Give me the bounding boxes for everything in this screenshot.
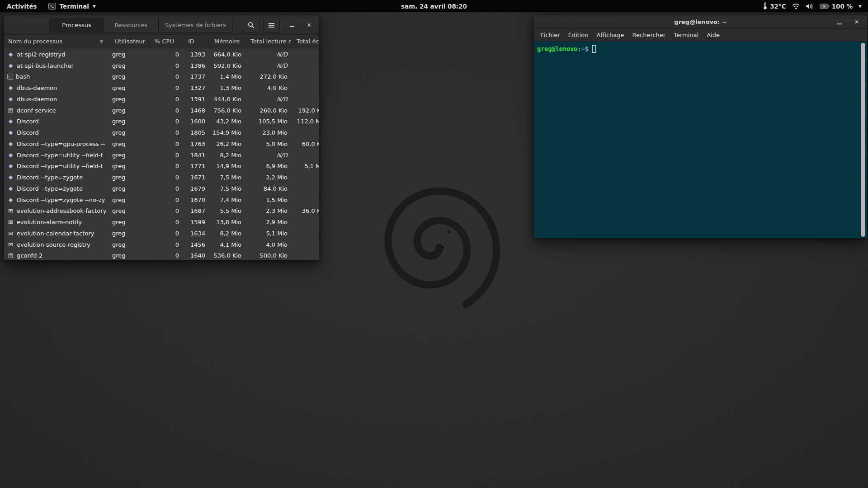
desktop[interactable]: Activités >_ Terminal ▼ sam. 24 avril 08… <box>0 0 868 488</box>
process-cpu: 0 <box>149 96 182 103</box>
process-name: Discord --type=zygote <box>17 174 83 181</box>
system-status-area[interactable]: 32°C 100 % ▼ <box>763 0 868 12</box>
column-header-cpu[interactable]: % CPU <box>149 35 182 48</box>
process-row[interactable]: ✉ evolution-calendar-factory greg 0 1634… <box>4 228 319 239</box>
process-memory: 7,5 Mio <box>208 174 245 181</box>
process-row[interactable]: ◆ dbus-daemon greg 0 1327 1,3 Mio 4,0 Ki… <box>4 82 319 94</box>
column-header-disk-write[interactable]: Total écriture disque <box>291 35 319 48</box>
close-button[interactable]: ✕ <box>851 15 863 28</box>
process-disk-read: 2,2 Mio <box>245 174 291 181</box>
tab-ressources[interactable]: Ressources <box>104 18 159 33</box>
process-cpu: 0 <box>149 62 182 69</box>
process-row[interactable]: ◆ Discord greg 0 1600 43,2 Mio 105,5 Mio… <box>4 116 319 127</box>
process-row[interactable]: ▤ dconf-service greg 0 1468 756,0 Kio 26… <box>4 105 319 116</box>
app-menu-button[interactable]: >_ Terminal ▼ <box>44 0 100 12</box>
temperature-label: 32°C <box>770 3 786 10</box>
process-row[interactable]: ◆ Discord --type=utility --field-t greg … <box>4 161 319 172</box>
process-user: greg <box>109 219 149 225</box>
envelope-icon: ✉ <box>7 241 14 248</box>
column-header-disk-read[interactable]: Total lecture disque <box>245 35 291 48</box>
terminal-content[interactable]: greg@lenovo:~$ <box>534 42 867 238</box>
minimize-button[interactable] <box>286 15 298 34</box>
activities-button[interactable]: Activités <box>0 0 44 12</box>
process-memory: 5,5 Mio <box>208 207 245 214</box>
primary-menu-button[interactable] <box>263 18 280 33</box>
process-cpu: 0 <box>149 51 182 58</box>
menu-rechercher[interactable]: Rechercher <box>628 29 670 41</box>
menu-terminal[interactable]: Terminal <box>670 29 703 41</box>
column-header-id[interactable]: ID <box>182 35 208 48</box>
menu-fichier[interactable]: Fichier <box>537 29 564 41</box>
process-name: evolution-source-registry <box>17 241 90 248</box>
process-id: 1456 <box>182 241 208 248</box>
process-id: 1600 <box>182 118 208 125</box>
envelope-icon: ✉ <box>7 219 14 225</box>
diamond-icon: ◆ <box>7 197 14 203</box>
process-memory: 664,0 Kio <box>208 51 245 58</box>
process-row[interactable]: ✉ evolution-alarm-notify greg 0 1599 13,… <box>4 216 319 228</box>
process-row[interactable]: ◆ Discord --type=zygote greg 0 1671 7,5 … <box>4 172 319 183</box>
column-header-user[interactable]: Utilisateur <box>109 35 149 48</box>
process-row[interactable]: ◆ Discord --type=gpu-process -- greg 0 1… <box>4 138 319 150</box>
top-bar: Activités >_ Terminal ▼ sam. 24 avril 08… <box>0 0 868 12</box>
process-memory: 756,0 Kio <box>208 107 245 114</box>
process-user: greg <box>109 84 149 91</box>
settings-icon: ▤ <box>7 107 14 114</box>
view-switcher: Processus Ressources Systèmes de fichier… <box>49 18 233 33</box>
process-row[interactable]: ◆ Discord --type=zygote greg 0 1679 7,5 … <box>4 183 319 194</box>
process-row[interactable]: ◆ at-spi-bus-launcher greg 0 1386 592,0 … <box>4 60 319 71</box>
process-row[interactable]: >_ bash greg 0 1737 1,4 Mio 272,0 Kio <box>4 71 319 83</box>
system-monitor-headerbar[interactable]: Processus Ressources Systèmes de fichier… <box>4 15 319 35</box>
process-memory: 1,4 Mio <box>208 73 245 80</box>
process-row[interactable]: ◆ dbus-daemon greg 0 1391 444,0 Kio N/D <box>4 94 319 105</box>
process-cpu: 0 <box>149 84 182 91</box>
process-disk-read: 23,0 Mio <box>245 129 291 136</box>
envelope-icon: ✉ <box>7 207 14 214</box>
process-row[interactable]: ▤ gconfd-2 greg 0 1640 536,0 Kio 500,0 K… <box>4 250 319 261</box>
process-user: greg <box>109 107 149 114</box>
tab-processus[interactable]: Processus <box>49 18 104 33</box>
column-header-memory[interactable]: Mémoire <box>208 35 245 48</box>
process-cpu: 0 <box>149 129 182 136</box>
process-memory: 14,9 Mio <box>208 163 245 169</box>
process-id: 1670 <box>182 197 208 203</box>
battery-charging-icon <box>820 4 830 9</box>
diamond-icon: ◆ <box>7 129 14 136</box>
process-disk-read: 4,0 Mio <box>245 241 291 248</box>
terminal-title: greg@lenovo: ~ <box>674 19 726 25</box>
process-row[interactable]: ◆ Discord --type=utility --field-t greg … <box>4 150 319 161</box>
process-row[interactable]: ✉ evolution-addressbook-factory greg 0 1… <box>4 206 319 217</box>
process-name: Discord --type=zygote --no-zy <box>17 197 105 203</box>
process-row[interactable]: ✉ evolution-source-registry greg 0 1456 … <box>4 239 319 250</box>
menu-affichage[interactable]: Affichage <box>592 29 628 41</box>
clock[interactable]: sam. 24 avril 08:20 <box>401 0 467 12</box>
search-button[interactable] <box>243 18 259 33</box>
process-user: greg <box>109 207 149 214</box>
column-header-name[interactable]: Nom du processus ▼ <box>4 35 109 48</box>
terminal-cursor <box>592 45 596 53</box>
close-button[interactable]: ✕ <box>303 15 315 34</box>
process-row[interactable]: ◆ Discord greg 0 1805 154,9 Mio 23,0 Mio <box>4 127 319 138</box>
process-cpu: 0 <box>149 107 182 114</box>
process-disk-write: 60,0 Kio <box>291 141 319 147</box>
process-user: greg <box>109 96 149 103</box>
process-user: greg <box>109 118 149 125</box>
process-user: greg <box>109 197 149 203</box>
process-row[interactable]: ◆ Discord --type=zygote --no-zy greg 0 1… <box>4 194 319 206</box>
prompt-user-host: greg@lenovo <box>537 45 577 52</box>
minimize-button[interactable] <box>834 15 845 28</box>
process-cpu: 0 <box>149 174 182 181</box>
menu-edition[interactable]: Édition <box>564 29 593 41</box>
process-disk-read: N/D <box>245 96 291 103</box>
process-row[interactable]: ◆ at-spi2-registryd greg 0 1393 664,0 Ki… <box>4 49 319 60</box>
process-name: bash <box>16 73 30 80</box>
scrollbar-thumb[interactable] <box>861 43 865 237</box>
app-menu-label: Terminal <box>60 3 89 10</box>
terminal-titlebar[interactable]: greg@lenovo: ~ ✕ <box>534 15 867 29</box>
search-icon <box>248 22 255 28</box>
terminal-scrollbar[interactable] <box>860 43 866 237</box>
tab-systemes-de-fichiers[interactable]: Systèmes de fichiers <box>158 18 233 33</box>
menu-aide[interactable]: Aide <box>703 29 724 41</box>
minimize-icon <box>837 23 842 24</box>
process-id: 1386 <box>182 62 208 69</box>
